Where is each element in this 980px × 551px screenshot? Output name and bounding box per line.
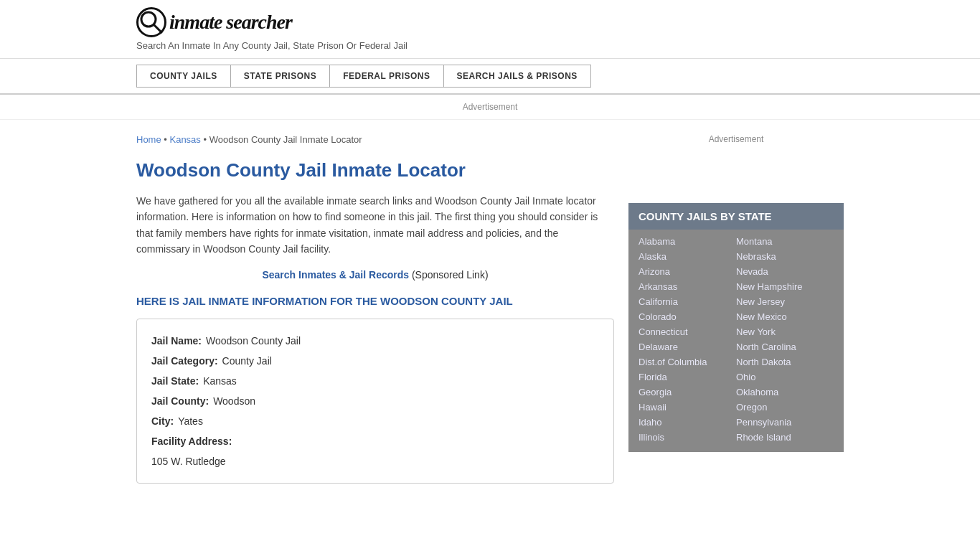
sponsored-link-area: Search Inmates & Jail Records (Sponsored…	[136, 269, 614, 281]
state-link[interactable]: New Hampshire	[736, 279, 834, 294]
description: We have gathered for you all the availab…	[136, 193, 614, 258]
state-link[interactable]: Illinois	[639, 430, 736, 445]
svg-line-1	[154, 25, 161, 32]
jail-address-value-row: 105 W. Rutledge	[151, 451, 599, 471]
state-link[interactable]: New Mexico	[736, 309, 834, 324]
state-link[interactable]: Rhode Island	[736, 430, 834, 445]
sponsored-label-text: (Sponsored Link)	[412, 269, 489, 281]
breadcrumb-current: Woodson County Jail Inmate Locator	[209, 134, 362, 145]
breadcrumb-home[interactable]: Home	[136, 134, 161, 145]
state-link[interactable]: Connecticut	[639, 324, 736, 339]
state-link[interactable]: Colorado	[639, 309, 736, 324]
state-link[interactable]: California	[639, 294, 736, 309]
jail-category-value: County Jail	[222, 351, 272, 371]
breadcrumb-state[interactable]: Kansas	[169, 134, 200, 145]
state-link[interactable]: New York	[736, 324, 834, 339]
jail-address-value: 105 W. Rutledge	[151, 451, 226, 471]
jail-city-value: Yates	[178, 411, 203, 431]
state-link[interactable]: Arizona	[639, 264, 736, 279]
state-link[interactable]: Montana	[736, 234, 834, 249]
jail-category-label: Jail Category:	[151, 351, 218, 371]
jail-city-row: City: Yates	[151, 411, 599, 431]
nav-county-jails[interactable]: COUNTY JAILS	[136, 65, 230, 88]
state-box-title: COUNTY JAILS BY STATE	[628, 203, 844, 230]
jail-name-row: Jail Name: Woodson County Jail	[151, 331, 599, 351]
state-link[interactable]: Oklahoma	[736, 385, 834, 400]
sidebar: Advertisement COUNTY JAILS BY STATE Alab…	[628, 120, 844, 498]
state-link[interactable]: Nevada	[736, 264, 834, 279]
logo-area: inmate searcher	[136, 7, 844, 37]
breadcrumb-sep2: •	[203, 134, 209, 145]
header: inmate searcher Search An Inmate In Any …	[0, 0, 980, 59]
logo-icon	[136, 7, 166, 37]
breadcrumb: Home • Kansas • Woodson County Jail Inma…	[136, 134, 614, 145]
state-columns: AlabamaAlaskaArizonaArkansasCaliforniaCo…	[628, 230, 844, 452]
states-right-col: MontanaNebraskaNevadaNew HampshireNew Je…	[736, 234, 834, 445]
state-link[interactable]: Ohio	[736, 369, 834, 385]
sponsored-link[interactable]: Search Inmates & Jail Records	[262, 269, 409, 281]
jail-address-row: Facility Address:	[151, 431, 599, 451]
sidebar-ad: Advertisement	[628, 134, 844, 192]
state-link[interactable]: Idaho	[639, 415, 736, 430]
info-card: Jail Name: Woodson County Jail Jail Cate…	[136, 319, 614, 484]
magnifier-svg-icon	[138, 9, 164, 35]
info-heading: HERE IS JAIL INMATE INFORMATION FOR THE …	[136, 295, 614, 307]
jail-county-label: Jail County:	[151, 391, 209, 411]
state-link[interactable]: Dist.of Columbia	[639, 354, 736, 369]
state-link[interactable]: Pennsylvania	[736, 415, 834, 430]
tagline: Search An Inmate In Any County Jail, Sta…	[136, 40, 844, 51]
nav-search-jails[interactable]: SEARCH JAILS & PRISONS	[443, 65, 591, 88]
jail-county-row: Jail County: Woodson	[151, 391, 599, 411]
state-link[interactable]: Florida	[639, 369, 736, 385]
state-link[interactable]: Delaware	[639, 339, 736, 354]
jail-state-row: Jail State: Kansas	[151, 371, 599, 391]
nav-federal-prisons[interactable]: FEDERAL PRISONS	[329, 65, 443, 88]
nav-state-prisons[interactable]: STATE PRISONS	[230, 65, 329, 88]
content-area: Home • Kansas • Woodson County Jail Inma…	[0, 120, 980, 498]
state-link[interactable]: North Carolina	[736, 339, 834, 354]
state-link[interactable]: Arkansas	[639, 279, 736, 294]
jail-name-value: Woodson County Jail	[206, 331, 301, 351]
state-box: COUNTY JAILS BY STATE AlabamaAlaskaArizo…	[628, 203, 844, 452]
nav-bar: COUNTY JAILS STATE PRISONS FEDERAL PRISO…	[0, 59, 980, 95]
jail-county-value: Woodson	[213, 391, 255, 411]
state-link[interactable]: Alabama	[639, 234, 736, 249]
ad-banner: Advertisement	[0, 95, 980, 120]
jail-category-row: Jail Category: County Jail	[151, 351, 599, 371]
jail-city-label: City:	[151, 411, 174, 431]
state-link[interactable]: Oregon	[736, 400, 834, 415]
main-content: Home • Kansas • Woodson County Jail Inma…	[136, 120, 614, 498]
state-link[interactable]: North Dakota	[736, 354, 834, 369]
jail-address-label: Facility Address:	[151, 431, 232, 451]
logo-text: inmate searcher	[169, 11, 292, 34]
state-link[interactable]: Alaska	[639, 249, 736, 264]
page-title: Woodson County Jail Inmate Locator	[136, 159, 614, 182]
state-link[interactable]: Nebraska	[736, 249, 834, 264]
state-link[interactable]: Hawaii	[639, 400, 736, 415]
states-left-col: AlabamaAlaskaArizonaArkansasCaliforniaCo…	[639, 234, 736, 445]
jail-state-label: Jail State:	[151, 371, 199, 391]
jail-state-value: Kansas	[203, 371, 237, 391]
jail-name-label: Jail Name:	[151, 331, 202, 351]
state-link[interactable]: New Jersey	[736, 294, 834, 309]
state-link[interactable]: Georgia	[639, 385, 736, 400]
